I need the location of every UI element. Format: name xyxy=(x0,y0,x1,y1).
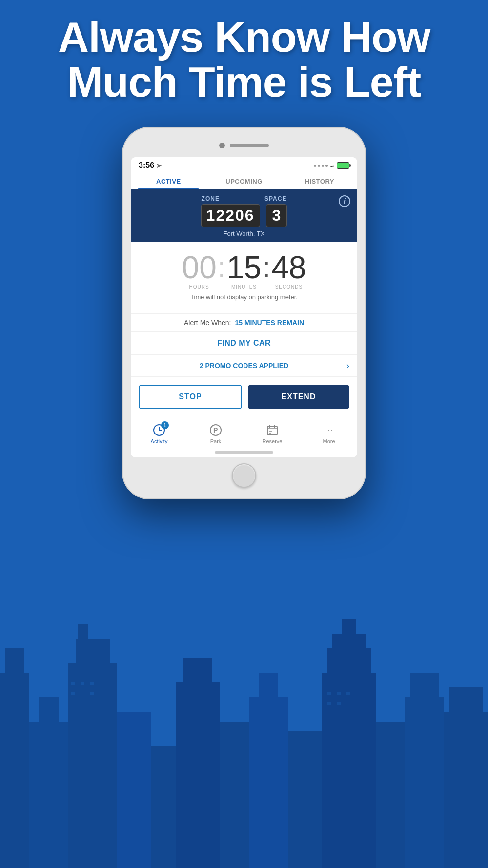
svg-rect-16 xyxy=(327,648,371,673)
svg-rect-9 xyxy=(176,682,220,868)
promo-codes-row[interactable]: 2 PROMO CODES APPLIED › xyxy=(131,354,357,376)
signal-dot-4 xyxy=(325,165,328,167)
park-label: Park xyxy=(210,438,222,444)
location-text: Fort Worth, TX xyxy=(139,230,349,237)
tab-history[interactable]: HISTORY xyxy=(282,173,357,189)
svg-text:P: P xyxy=(213,426,218,434)
timer-display: 00 HOURS : 15 MINUTES : 48 SECONDS xyxy=(139,252,349,289)
home-indicator-wrap xyxy=(131,448,357,457)
svg-rect-20 xyxy=(405,697,444,868)
signal-dot-2 xyxy=(318,165,320,167)
more-icon: ··· xyxy=(322,423,336,437)
space-value: 3 xyxy=(266,204,287,227)
wifi-icon: ≈ xyxy=(330,162,334,170)
seconds-value: 48 xyxy=(271,252,306,283)
headline-text: Always Know How Much Time is Left xyxy=(20,15,468,105)
timer-section: 00 HOURS : 15 MINUTES : 48 SECONDS Time … xyxy=(131,242,357,313)
minutes-value: 15 xyxy=(226,252,261,283)
svg-rect-26 xyxy=(90,682,94,685)
activity-badge: 1 xyxy=(161,421,169,429)
battery-icon xyxy=(337,162,349,169)
svg-rect-7 xyxy=(117,712,151,868)
reserve-label: Reserve xyxy=(263,438,283,444)
more-label: More xyxy=(323,438,335,444)
svg-rect-27 xyxy=(71,692,75,695)
tab-reserve[interactable]: Reserve xyxy=(244,421,301,446)
headline-line2: Much Time is Left xyxy=(67,58,421,106)
status-time: 3:56 ➤ xyxy=(139,161,162,170)
phone-shell: 3:56 ➤ ≈ ACTIVE xyxy=(122,127,366,499)
svg-rect-10 xyxy=(183,658,212,682)
tab-activity[interactable]: 1 Activity xyxy=(131,421,187,446)
svg-rect-19 xyxy=(376,722,405,868)
tab-upcoming[interactable]: UPCOMING xyxy=(206,173,282,189)
zone-header: ZONE SPACE 12206 3 i Fort Worth, TX xyxy=(131,189,357,242)
phone-screen: 3:56 ➤ ≈ ACTIVE xyxy=(131,157,357,457)
park-icon: P xyxy=(209,423,223,437)
svg-rect-1 xyxy=(5,648,24,673)
svg-rect-13 xyxy=(259,673,278,697)
bottom-tab-bar: 1 Activity P Park xyxy=(131,417,357,448)
tab-more[interactable]: ··· More xyxy=(301,421,357,446)
zone-value: 12206 xyxy=(201,204,260,227)
headline-line1: Always Know How xyxy=(58,13,430,61)
find-my-car-row[interactable]: FIND MY CAR xyxy=(131,331,357,354)
space-label: SPACE xyxy=(264,195,286,202)
svg-rect-3 xyxy=(39,697,59,722)
phone-container: 3:56 ➤ ≈ ACTIVE xyxy=(122,127,366,499)
home-indicator xyxy=(215,451,273,454)
colon-1: : xyxy=(217,252,227,282)
hours-group: 00 HOURS xyxy=(182,252,217,289)
hours-value: 00 xyxy=(182,252,217,283)
timer-note: Time will not display on parking meter. xyxy=(139,293,349,301)
stop-button[interactable]: STOP xyxy=(139,385,242,409)
svg-rect-0 xyxy=(0,673,29,868)
svg-rect-33 xyxy=(337,702,341,705)
promo-text: 2 PROMO CODES APPLIED xyxy=(200,362,288,370)
svg-rect-23 xyxy=(449,687,483,712)
minutes-label: MINUTES xyxy=(231,284,257,289)
info-button[interactable]: i xyxy=(339,195,350,207)
svg-rect-21 xyxy=(410,673,439,697)
svg-rect-14 xyxy=(288,731,322,868)
tab-park[interactable]: P Park xyxy=(187,421,244,446)
seconds-label: SECONDS xyxy=(275,284,303,289)
action-buttons: STOP EXTEND xyxy=(131,376,357,417)
zone-space-values: 12206 3 xyxy=(139,204,349,227)
svg-rect-2 xyxy=(29,722,68,868)
navigation-icon: ➤ xyxy=(156,162,162,169)
headline-section: Always Know How Much Time is Left xyxy=(0,15,488,105)
status-right: ≈ xyxy=(314,162,349,170)
svg-rect-29 xyxy=(327,692,331,695)
alert-value: 15 MINUTES REMAIN xyxy=(235,319,304,327)
svg-rect-28 xyxy=(90,692,94,695)
tab-active[interactable]: ACTIVE xyxy=(131,173,206,189)
svg-rect-8 xyxy=(151,746,176,868)
minutes-group: 15 MINUTES xyxy=(226,252,261,289)
svg-rect-22 xyxy=(444,712,488,868)
hours-label: HOURS xyxy=(189,284,209,289)
promo-chevron-icon: › xyxy=(346,361,349,371)
svg-rect-12 xyxy=(249,697,288,868)
phone-bottom xyxy=(131,463,357,488)
alert-label: Alert Me When: xyxy=(184,319,231,327)
find-car-link[interactable]: FIND MY CAR xyxy=(217,339,271,347)
activity-icon: 1 xyxy=(152,423,166,437)
extend-button[interactable]: EXTEND xyxy=(248,385,349,409)
svg-rect-18 xyxy=(342,619,356,634)
colon-2: : xyxy=(262,252,272,282)
phone-top xyxy=(131,136,357,155)
signal-icon xyxy=(314,165,328,167)
zone-space-labels: ZONE SPACE xyxy=(139,195,349,202)
reserve-icon xyxy=(265,423,279,437)
svg-rect-6 xyxy=(78,624,88,639)
svg-rect-11 xyxy=(220,722,249,868)
svg-rect-25 xyxy=(81,682,84,685)
svg-rect-24 xyxy=(71,682,75,685)
home-button[interactable] xyxy=(232,463,256,488)
zone-label: ZONE xyxy=(202,195,220,202)
nav-tabs: ACTIVE UPCOMING HISTORY xyxy=(131,173,357,189)
alert-row[interactable]: Alert Me When: 15 MINUTES REMAIN xyxy=(131,313,357,331)
svg-rect-17 xyxy=(332,634,366,648)
svg-rect-32 xyxy=(327,702,331,705)
